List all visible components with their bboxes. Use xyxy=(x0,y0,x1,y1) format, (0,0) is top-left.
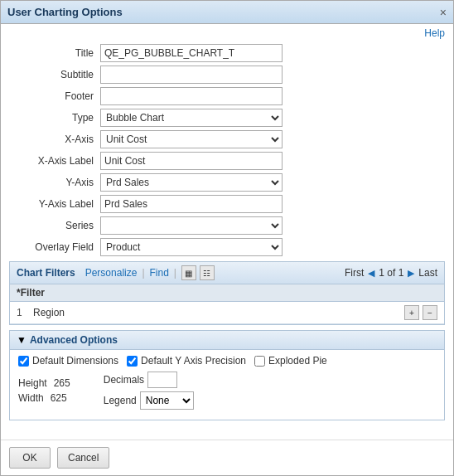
yaxis-label-row: Y-Axis Label xyxy=(9,195,445,213)
remove-filter-btn[interactable]: − xyxy=(423,305,437,320)
width-value: 625 xyxy=(51,392,67,404)
width-item: Width 625 xyxy=(18,392,70,404)
xaxis-row: X-Axis Unit Cost xyxy=(9,130,445,148)
subtitle-label: Subtitle xyxy=(9,69,100,80)
type-label: Type xyxy=(9,112,100,124)
last-label: Last xyxy=(418,267,437,279)
default-dimensions-checkbox[interactable] xyxy=(18,356,29,367)
filter-row-1: 1 Region + − xyxy=(10,302,444,324)
exploded-pie-item: Exploded Pie xyxy=(254,355,327,367)
prev-btn[interactable]: ◀ xyxy=(366,268,376,279)
title-input[interactable] xyxy=(100,44,283,62)
subtitle-row: Subtitle xyxy=(9,66,445,84)
ok-button[interactable]: OK xyxy=(9,447,51,469)
first-label: First xyxy=(345,267,364,279)
yaxis-label-label: Y-Axis Label xyxy=(9,198,100,210)
view-icon-btn[interactable]: ▦ xyxy=(181,265,196,280)
xaxis-label-label: X-Axis Label xyxy=(9,155,100,167)
yaxis-select[interactable]: Prd Sales xyxy=(100,173,283,192)
footer-buttons: OK Cancel xyxy=(1,440,453,475)
filters-toolbar: Personalize | Find | ▦ ☷ xyxy=(85,265,345,280)
width-label: Width xyxy=(18,392,44,404)
filter-row-actions: + − xyxy=(404,305,437,320)
yaxis-label: Y-Axis xyxy=(9,177,100,188)
exploded-pie-checkbox[interactable] xyxy=(254,356,265,367)
decimals-item: Decimals xyxy=(104,372,194,388)
advanced-title: Advanced Options xyxy=(30,334,118,346)
default-y-axis-item: Default Y Axis Precision xyxy=(127,355,246,367)
default-dimensions-item: Default Dimensions xyxy=(18,355,118,367)
decimals-label: Decimals xyxy=(104,374,144,386)
height-label: Height xyxy=(18,377,47,389)
window-title: User Charting Options xyxy=(7,6,123,18)
page-info: 1 of 1 xyxy=(379,267,403,279)
height-value: 265 xyxy=(54,377,70,389)
next-btn[interactable]: ▶ xyxy=(406,268,416,279)
xaxis-label-input[interactable] xyxy=(100,152,283,170)
grid-icon-btn[interactable]: ☷ xyxy=(200,265,215,280)
adv-left-col: Height 265 Width 625 xyxy=(18,377,70,404)
title-label: Title xyxy=(9,47,100,59)
subtitle-input[interactable] xyxy=(100,66,283,84)
filters-title: Chart Filters xyxy=(17,267,75,279)
xaxis-select[interactable]: Unit Cost xyxy=(100,130,283,148)
default-dimensions-label: Default Dimensions xyxy=(32,355,118,367)
height-item: Height 265 xyxy=(18,377,70,389)
filters-nav: First ◀ 1 of 1 ▶ Last xyxy=(345,267,437,279)
title-row: Title xyxy=(9,44,445,62)
collapse-icon: ▼ xyxy=(17,334,27,346)
default-y-axis-label: Default Y Axis Precision xyxy=(141,355,246,367)
advanced-body: Default Dimensions Default Y Axis Precis… xyxy=(10,350,444,420)
add-filter-btn[interactable]: + xyxy=(404,305,419,320)
title-bar: User Charting Options × xyxy=(1,1,453,24)
series-label: Series xyxy=(9,220,100,231)
overlay-row: Overlay Field Product xyxy=(9,238,445,256)
filters-header: Chart Filters Personalize | Find | ▦ ☷ F… xyxy=(10,262,444,284)
adv-values-row: Height 265 Width 625 Decimals xyxy=(18,372,436,410)
adv-checkbox-row: Default Dimensions Default Y Axis Precis… xyxy=(18,355,436,367)
footer-input[interactable] xyxy=(100,87,283,105)
user-charting-options-window: User Charting Options × Help Title Subti… xyxy=(0,0,454,476)
form-area: Title Subtitle Footer Type Bubble Chart … xyxy=(1,41,453,440)
type-select[interactable]: Bubble Chart xyxy=(100,109,283,127)
cancel-button[interactable]: Cancel xyxy=(57,447,109,469)
filters-col-header: *Filter xyxy=(10,284,444,302)
filter-row-val: Region xyxy=(33,307,404,318)
decimals-input[interactable] xyxy=(147,372,177,388)
find-link[interactable]: Find xyxy=(150,267,169,279)
series-row: Series xyxy=(9,216,445,235)
default-y-axis-checkbox[interactable] xyxy=(127,356,138,367)
filter-row-num: 1 xyxy=(17,307,33,318)
footer-label: Footer xyxy=(9,90,100,102)
chart-filters-section: Chart Filters Personalize | Find | ▦ ☷ F… xyxy=(9,261,445,325)
footer-row: Footer xyxy=(9,87,445,105)
xaxis-label: X-Axis xyxy=(9,134,100,145)
advanced-header[interactable]: ▼ Advanced Options xyxy=(10,331,444,350)
series-select[interactable] xyxy=(100,216,283,235)
adv-right-col: Decimals Legend None Top Bottom Left Rig… xyxy=(104,372,194,410)
yaxis-label-input[interactable] xyxy=(100,195,283,213)
legend-item: Legend None Top Bottom Left Right xyxy=(104,391,194,410)
overlay-select[interactable]: Product xyxy=(100,238,283,256)
yaxis-row: Y-Axis Prd Sales xyxy=(9,173,445,192)
overlay-label: Overlay Field xyxy=(9,241,100,253)
personalize-link[interactable]: Personalize xyxy=(85,267,138,279)
legend-label: Legend xyxy=(104,395,137,406)
xaxis-label-row: X-Axis Label xyxy=(9,152,445,170)
advanced-options-section: ▼ Advanced Options Default Dimensions De… xyxy=(9,330,445,420)
close-button[interactable]: × xyxy=(440,7,447,18)
help-link[interactable]: Help xyxy=(1,24,453,41)
type-row: Type Bubble Chart xyxy=(9,109,445,127)
exploded-pie-label: Exploded Pie xyxy=(268,355,327,367)
legend-select[interactable]: None Top Bottom Left Right xyxy=(140,391,194,410)
